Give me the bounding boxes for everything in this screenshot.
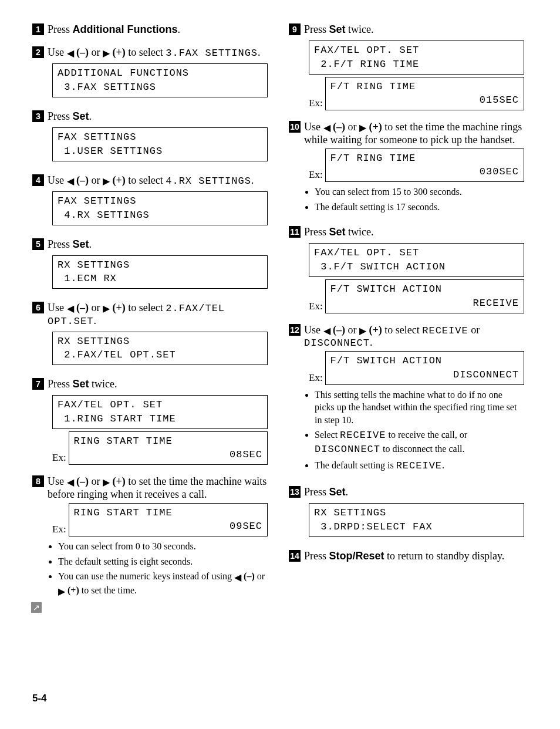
- step-9: 9 Press Set twice. FAX/TEL OPT. SET 2.F/…: [289, 23, 528, 110]
- step-14: 14 Press Stop/Reset to return to standby…: [289, 550, 528, 562]
- left-column: 1 Press Additional Functions. 2 Use ◀ (–…: [32, 23, 271, 610]
- text: Use: [48, 475, 67, 487]
- option: DISCONNECT: [315, 444, 380, 455]
- plus-label: (+): [113, 174, 126, 186]
- button-name: Stop/Reset: [329, 550, 384, 562]
- text: You can use the numeric keys instead of …: [58, 571, 234, 581]
- lcd-line: FAX/TEL OPT. SET: [58, 399, 163, 410]
- lcd-line: F/T SWITCH ACTION: [330, 355, 442, 366]
- left-arrow-icon: ◀: [323, 123, 330, 133]
- lcd-line: RX SETTINGS: [314, 507, 386, 518]
- left-arrow-icon: ◀: [323, 326, 330, 336]
- lcd-display: RX SETTINGS 2.FAX/TEL OPT.SET: [52, 332, 268, 366]
- text: .: [178, 23, 181, 35]
- option: DISCONNECT: [304, 338, 370, 349]
- step-number: 1: [32, 23, 44, 35]
- step-number: 8: [32, 475, 44, 487]
- text: to select: [126, 302, 166, 313]
- left-arrow-icon: ◀: [67, 176, 74, 186]
- example-label: Ex:: [309, 301, 323, 313]
- right-arrow-icon: ▶: [103, 176, 110, 186]
- right-arrow-icon: ▶: [103, 478, 110, 488]
- lcd-line: FAX/TEL OPT. SET: [314, 45, 419, 56]
- lcd-line: FAX SETTINGS: [58, 131, 136, 143]
- lcd-line: 2.F/T RING TIME: [314, 59, 419, 70]
- text: or: [468, 324, 480, 336]
- text: Use: [304, 324, 323, 336]
- text: to select: [126, 174, 166, 186]
- menu-option: 4.RX SETTINGS: [166, 176, 251, 187]
- lcd-line: 2.FAX/TEL OPT.SET: [58, 349, 176, 360]
- text: .: [346, 486, 349, 498]
- note: The default setting is 17 seconds.: [315, 201, 524, 214]
- lcd-line: RING START TIME: [74, 436, 173, 447]
- lcd-line: DISCONNECT: [330, 368, 519, 382]
- step-number: 13: [289, 486, 301, 498]
- step-number: 7: [32, 378, 44, 390]
- example-label: Ex:: [309, 97, 323, 110]
- right-arrow-icon: ▶: [58, 586, 65, 596]
- lcd-line: 3.DRPD:SELECT FAX: [314, 521, 433, 532]
- lcd-line: F/T SWITCH ACTION: [330, 284, 442, 295]
- text: Use: [48, 174, 67, 186]
- lcd-display: RX SETTINGS 3.DRPD:SELECT FAX: [309, 503, 524, 537]
- note: You can use the numeric keys instead of …: [58, 570, 268, 597]
- text: or: [255, 571, 265, 581]
- text: .: [89, 110, 92, 122]
- step-number: 12: [289, 324, 301, 336]
- example-label: Ex:: [309, 372, 323, 385]
- step-4: 4 Use ◀ (–) or ▶ (+) to select 4.RX SETT…: [32, 174, 271, 228]
- step-number: 6: [32, 302, 44, 313]
- lcd-display: RX SETTINGS 1.ECM RX: [52, 255, 268, 289]
- right-arrow-icon: ▶: [103, 304, 110, 314]
- text: to return to standby display.: [384, 550, 505, 562]
- text: .: [89, 238, 92, 250]
- text: Press: [304, 23, 329, 35]
- text: twice.: [346, 23, 374, 35]
- step-11: 11 Press Set twice. FAX/TEL OPT. SET 3.F…: [289, 226, 528, 313]
- button-name: Additional Functions: [73, 23, 178, 35]
- right-arrow-icon: ▶: [359, 123, 366, 133]
- step-8: 8 Use ◀ (–) or ▶ (+) to set the time the…: [32, 475, 271, 599]
- right-arrow-icon: ▶: [103, 48, 110, 58]
- note: You can select from 15 to 300 seconds.: [315, 185, 524, 198]
- lcd-line: 09SEC: [74, 519, 262, 534]
- text: twice.: [89, 378, 117, 390]
- text: to set the time.: [79, 585, 137, 595]
- plus-label: (+): [68, 585, 79, 595]
- lcd-display: ADDITIONAL FUNCTIONS 3.FAX SETTINGS: [52, 63, 268, 97]
- step-number: 14: [289, 550, 301, 562]
- right-arrow-icon: ▶: [359, 326, 366, 336]
- text: .: [93, 315, 96, 326]
- right-column: 9 Press Set twice. FAX/TEL OPT. SET 2.F/…: [289, 23, 528, 610]
- button-name: Set: [329, 23, 346, 35]
- step-10: 10 Use ◀ (–) or ▶ (+) to set the time th…: [289, 121, 528, 215]
- lcd-display: FAX/TEL OPT. SET 1.RING START TIME: [52, 395, 268, 429]
- text: Press: [304, 486, 329, 498]
- step-3: 3 Press Set. FAX SETTINGS 1.USER SETTING…: [32, 110, 271, 164]
- step-number: 2: [32, 46, 44, 58]
- notes-list: You can select from 15 to 300 seconds. T…: [304, 185, 524, 213]
- step-5: 5 Press Set. RX SETTINGS 1.ECM RX: [32, 238, 271, 292]
- lcd-line: 1.ECM RX: [58, 273, 117, 284]
- button-name: Set: [73, 238, 89, 250]
- text: Press: [304, 226, 329, 238]
- note: Select RECEIVE to receive the call, or D…: [315, 428, 524, 457]
- text: The default setting is: [315, 460, 396, 470]
- lcd-display: F/T SWITCH ACTION DISCONNECT: [325, 351, 524, 385]
- continue-icon: ↗: [31, 602, 42, 613]
- plus-label: (+): [369, 324, 382, 336]
- text: Press: [304, 550, 329, 562]
- button-name: Set: [329, 486, 346, 498]
- lcd-display: RING START TIME 08SEC: [69, 431, 268, 465]
- minus-label: (–): [76, 302, 89, 313]
- minus-label: (–): [76, 46, 89, 58]
- lcd-line: RX SETTINGS: [58, 259, 130, 271]
- step-12: 12 Use ◀ (–) or ▶ (+) to select RECEIVE …: [289, 324, 528, 476]
- example-label: Ex:: [309, 169, 323, 182]
- text: .: [442, 460, 444, 470]
- lcd-line: FAX SETTINGS: [58, 195, 136, 207]
- lcd-display: FAX SETTINGS 1.USER SETTINGS: [52, 127, 268, 161]
- text: .: [370, 336, 373, 348]
- text: or: [345, 324, 359, 336]
